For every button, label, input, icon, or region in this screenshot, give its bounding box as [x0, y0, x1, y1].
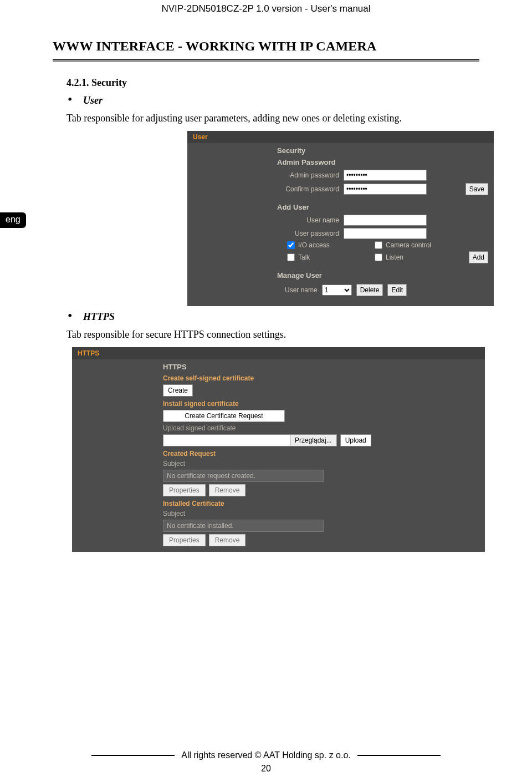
- user-name-input[interactable]: [344, 215, 427, 226]
- https-panel: HTTPS HTTPS Create self-signed certifica…: [72, 347, 485, 552]
- label-manage-user-name: User name: [285, 286, 318, 294]
- add-button[interactable]: Add: [469, 251, 488, 263]
- upload-file-input[interactable]: [163, 434, 290, 446]
- admin-password-input[interactable]: [344, 170, 427, 181]
- heading-create-self: Create self-signed certificate: [163, 371, 480, 382]
- label-user-password: User password: [193, 230, 344, 237]
- create-cert-request-button[interactable]: Create Certificate Request: [163, 410, 285, 422]
- heading-security: Security: [187, 143, 494, 157]
- heading-created-request: Created Request: [163, 446, 480, 458]
- label-listen: Listen: [386, 253, 403, 261]
- section-number: 4.2.1. Security: [66, 75, 479, 90]
- heading-install-signed: Install signed certificate: [163, 397, 480, 408]
- title-rule: [53, 59, 479, 60]
- listen-checkbox[interactable]: [375, 253, 382, 261]
- properties-button-2[interactable]: Properties: [163, 534, 206, 546]
- upload-button[interactable]: Upload: [340, 434, 371, 446]
- created-request-box: No certificate request created.: [163, 470, 324, 482]
- remove-button-1[interactable]: Remove: [209, 484, 246, 496]
- paragraph-https: Tab responsible for secure HTTPS connect…: [66, 327, 479, 342]
- label-camera-control: Camera control: [386, 241, 431, 249]
- language-tab: eng: [0, 212, 26, 228]
- edit-button[interactable]: Edit: [387, 284, 407, 296]
- talk-checkbox[interactable]: [287, 253, 295, 261]
- paragraph-user: Tab responsible for adjusting user param…: [66, 111, 479, 125]
- label-admin-password: Admin password: [193, 171, 344, 179]
- label-subject-2: Subject: [163, 507, 480, 517]
- heading-manage-user: Manage User: [187, 265, 494, 282]
- browse-button[interactable]: Przeglądaj...: [290, 434, 337, 446]
- installed-cert-box: No certificate installed.: [163, 520, 324, 532]
- bullet-user: User: [83, 95, 103, 106]
- tab-user[interactable]: User: [193, 133, 208, 141]
- create-button[interactable]: Create: [163, 384, 193, 397]
- heading-installed-cert: Installed Certificate: [163, 496, 480, 507]
- label-confirm-password: Confirm password: [193, 185, 344, 193]
- footer-rule-right: [357, 755, 441, 756]
- footer: All rights reserved © AAT Holding sp. z …: [53, 747, 479, 760]
- remove-button-2[interactable]: Remove: [209, 534, 246, 546]
- heading-add-user: Add User: [187, 196, 494, 214]
- label-subject-1: Subject: [163, 458, 480, 468]
- document-header: NVIP-2DN5018CZ-2P 1.0 version - User's m…: [0, 0, 532, 17]
- panel-tabbar-https: HTTPS: [72, 347, 485, 359]
- page-number: 20: [0, 764, 532, 774]
- delete-button[interactable]: Delete: [356, 284, 383, 296]
- label-user-name: User name: [193, 216, 344, 224]
- label-upload-signed: Upload signed certificate: [163, 422, 480, 432]
- title-rule-thin: [53, 62, 479, 62]
- footer-text: All rights reserved © AAT Holding sp. z …: [181, 750, 351, 760]
- heading-admin-password: Admin Password: [187, 157, 494, 169]
- user-select[interactable]: 1: [322, 285, 352, 296]
- label-talk: Talk: [298, 253, 310, 261]
- io-access-checkbox[interactable]: [287, 241, 295, 249]
- heading-https: HTTPS: [163, 362, 480, 371]
- save-button[interactable]: Save: [466, 183, 488, 195]
- bullet-https: HTTPS: [83, 311, 115, 322]
- page-title: WWW INTERFACE - WORKING WITH IP CAMERA: [53, 39, 479, 54]
- confirm-password-input[interactable]: [344, 184, 427, 195]
- body-content-2: HTTPS Tab responsible for secure HTTPS c…: [66, 309, 479, 342]
- body-content: 4.2.1. Security User Tab responsible for…: [66, 75, 479, 125]
- label-io-access: I/O access: [298, 241, 330, 249]
- user-panel: User Security Admin Password Admin passw…: [187, 131, 494, 306]
- tab-https[interactable]: HTTPS: [78, 349, 99, 357]
- properties-button-1[interactable]: Properties: [163, 484, 206, 496]
- footer-rule-left: [91, 755, 175, 756]
- title-block: WWW INTERFACE - WORKING WITH IP CAMERA: [53, 39, 479, 62]
- user-password-input[interactable]: [344, 228, 427, 239]
- panel-tabbar: User: [187, 131, 494, 143]
- camera-control-checkbox[interactable]: [375, 241, 382, 249]
